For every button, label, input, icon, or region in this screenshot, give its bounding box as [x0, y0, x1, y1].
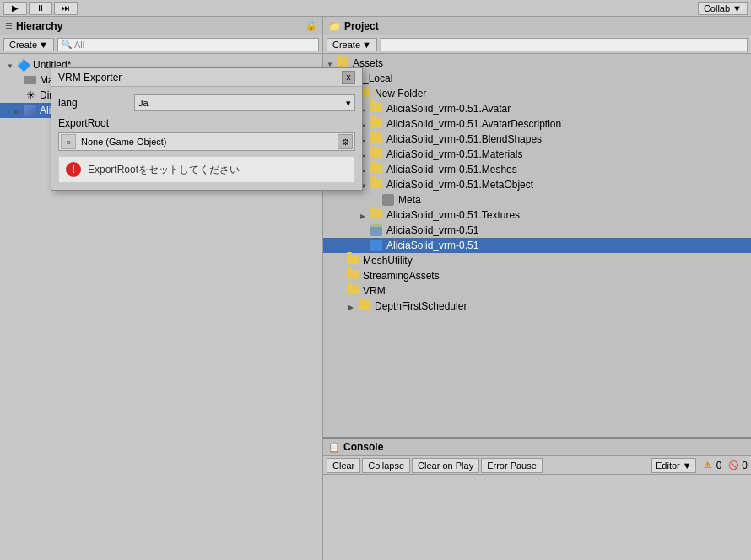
console-warn-count: ⚠ 0	[701, 459, 722, 472]
warn-icon: ⚠	[701, 459, 715, 472]
settings-button[interactable]: ⚙	[338, 134, 353, 149]
light-icon: ☀	[24, 89, 37, 102]
game-object-name: None (Game Object)	[78, 137, 338, 147]
vrm-folder[interactable]: VRM	[323, 283, 751, 299]
console-error-pause-button[interactable]: Error Pause	[481, 458, 543, 473]
console-toolbar: Clear Collapse Clear on Play Error Pause…	[323, 456, 751, 475]
console-title: Console	[343, 441, 383, 453]
alicia-selected-label: AliciaSolid_vrm-0.51	[386, 240, 478, 251]
local-folder[interactable]: _Local	[323, 71, 751, 86]
alicia-vrm-file[interactable]: AliciaSolid_vrm-0.51	[323, 223, 751, 238]
new-folder-label: New Folder	[375, 88, 426, 100]
depth-arrow	[348, 302, 359, 311]
console-panel: 📋 Console Clear Collapse Clear on Play E…	[323, 438, 751, 560]
avatar-folder-label: AliciaSolid_vrm-0.51.Avatar	[386, 103, 511, 115]
streaming-label: StreamingAssets	[363, 270, 440, 282]
streaming-folder[interactable]: StreamingAssets	[323, 268, 751, 283]
alicia-vrm-selected[interactable]: AliciaSolid_vrm-0.51	[323, 238, 751, 253]
vrm-exporter-dialog: VRM Exporter x lang Ja ▾ ExportRoot	[51, 67, 363, 191]
console-error-count: 🚫 0	[727, 459, 748, 472]
project-title: Project	[344, 20, 379, 32]
hierarchy-icon: ☰	[5, 21, 13, 30]
right-panel: 📁 Project Create ▼ Assets	[323, 17, 751, 560]
blendshapes-folder[interactable]: AliciaSolid_vrm-0.51.BlendShapes	[323, 132, 751, 147]
camera-icon	[24, 73, 37, 87]
lock-icon[interactable]: 🔒	[305, 20, 317, 31]
materials-folder[interactable]: AliciaSolid_vrm-0.51.Materials	[323, 147, 751, 162]
avatardesc-folder[interactable]: AliciaSolid_vrm-0.51.AvatarDescription	[323, 116, 751, 132]
alicia-selected-icon	[370, 240, 384, 251]
hierarchy-header: ☰ Hierarchy 🔒	[0, 17, 322, 35]
step-button[interactable]: ⏭	[54, 2, 78, 15]
vrm-dialog-body: lang Ja ▾ ExportRoot ○ None (Game Object…	[51, 87, 362, 190]
local-label: _Local	[363, 73, 392, 84]
project-create-button[interactable]: Create ▼	[327, 38, 377, 51]
vrm-icon	[347, 285, 360, 297]
textures-arrow	[360, 211, 370, 220]
project-search-input[interactable]	[381, 38, 748, 51]
project-toolbar: Create ▼	[323, 35, 751, 54]
export-root-label: ExportRoot	[58, 117, 355, 129]
textures-icon	[370, 209, 384, 221]
blendshapes-icon	[370, 133, 384, 145]
hierarchy-panel: ☰ Hierarchy 🔒 Create ▼ 🔍 All 🔷 Untitled*	[0, 17, 323, 560]
meshes-icon	[370, 164, 384, 175]
avatar-folder[interactable]: AliciaSolid_vrm-0.51.Avatar	[323, 101, 751, 116]
alicia-icon	[24, 104, 37, 117]
vrm-error-row: ! ExportRootをセットしてください	[58, 156, 355, 183]
console-clear-on-play-button[interactable]: Clear on Play	[412, 458, 479, 473]
meta-item[interactable]: Meta	[323, 192, 751, 207]
console-header: 📋 Console	[323, 438, 751, 456]
meta-label: Meta	[398, 194, 421, 206]
scene-arrow	[7, 61, 17, 70]
meshes-label: AliciaSolid_vrm-0.51.Meshes	[386, 164, 517, 175]
main-area: ☰ Hierarchy 🔒 Create ▼ 🔍 All 🔷 Untitled*	[0, 17, 751, 560]
pause-button[interactable]: ⏸	[29, 2, 52, 15]
alicia-vrm-label: AliciaSolid_vrm-0.51	[386, 224, 478, 236]
alicia-arrow	[14, 106, 24, 116]
lang-label: lang	[58, 97, 134, 109]
meshutility-icon	[347, 255, 360, 267]
hierarchy-search-placeholder: All	[74, 40, 84, 50]
meshutility-label: MeshUtility	[363, 255, 413, 267]
depth-label: DepthFirstScheduler	[375, 300, 467, 312]
new-folder[interactable]: New Folder	[323, 86, 751, 101]
meshutility-folder[interactable]: MeshUtility	[323, 253, 751, 268]
main-toolbar: ▶ ⏸ ⏭ Collab ▼	[0, 0, 751, 17]
vrm-dialog-header: VRM Exporter x	[51, 68, 362, 87]
textures-folder[interactable]: AliciaSolid_vrm-0.51.Textures	[323, 207, 751, 223]
depth-folder[interactable]: DepthFirstScheduler	[323, 299, 751, 314]
collab-button[interactable]: Collab ▼	[698, 2, 748, 15]
textures-label: AliciaSolid_vrm-0.51.Textures	[386, 209, 520, 221]
lang-row: lang Ja ▾	[58, 94, 355, 112]
vrm-close-button[interactable]: x	[342, 71, 355, 84]
meshes-folder[interactable]: AliciaSolid_vrm-0.51.Meshes	[323, 162, 751, 177]
hierarchy-title: Hierarchy	[16, 20, 62, 32]
error-icon: !	[66, 162, 81, 177]
vrm-dialog-title: VRM Exporter	[58, 72, 122, 83]
console-icon: 📋	[328, 442, 340, 453]
metaobject-folder[interactable]: AliciaSolid_vrm-0.51.MetaObject	[323, 177, 751, 192]
assets-folder[interactable]: Assets	[323, 56, 751, 71]
console-editor-dropdown[interactable]: Editor ▼	[651, 458, 696, 473]
play-button[interactable]: ▶	[3, 2, 27, 15]
metaobject-label: AliciaSolid_vrm-0.51.MetaObject	[386, 179, 533, 191]
blendshapes-label: AliciaSolid_vrm-0.51.BlendShapes	[386, 133, 542, 145]
console-collapse-button[interactable]: Collapse	[362, 458, 410, 473]
game-object-icon: ○	[61, 134, 76, 149]
lang-select[interactable]: Ja ▾	[134, 94, 355, 111]
metaobject-icon	[370, 179, 384, 191]
project-icon: 📁	[328, 20, 341, 32]
console-clear-button[interactable]: Clear	[327, 458, 360, 473]
hierarchy-toolbar: Create ▼ 🔍 All	[0, 35, 322, 54]
hierarchy-search[interactable]: 🔍 All	[57, 38, 319, 51]
project-header: 📁 Project	[323, 17, 751, 35]
hierarchy-create-button[interactable]: Create ▼	[3, 38, 54, 51]
streaming-icon	[347, 270, 360, 282]
alicia-vrm-icon	[370, 224, 384, 236]
console-content	[323, 475, 751, 560]
export-root-field: ○ None (Game Object) ⚙	[58, 132, 355, 151]
materials-label: AliciaSolid_vrm-0.51.Materials	[386, 148, 522, 160]
meta-icon	[382, 194, 396, 206]
vrm-error-text: ExportRootをセットしてください	[88, 163, 240, 177]
